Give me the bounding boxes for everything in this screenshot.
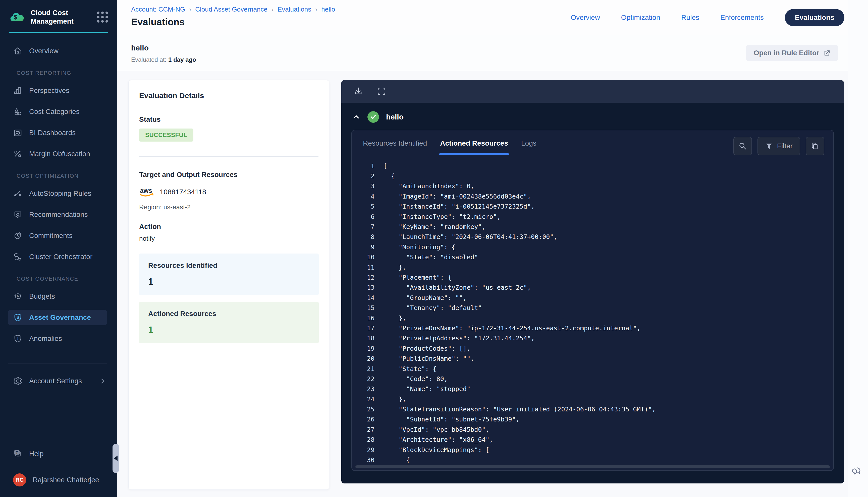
breadcrumb-separator-icon: › bbox=[315, 6, 317, 13]
status-badge: SUCCESSFUL bbox=[139, 129, 193, 142]
sidebar-item-commitments[interactable]: Commitments bbox=[0, 228, 117, 243]
code-line: 6 "InstanceType": "t2.micro", bbox=[360, 212, 833, 222]
success-check-icon bbox=[367, 111, 379, 123]
autostopping-icon bbox=[13, 189, 23, 198]
feedback-chat-icon[interactable] bbox=[852, 465, 864, 478]
sidebar-item-overview[interactable]: Overview bbox=[0, 43, 117, 59]
evaluation-row-header[interactable]: hello bbox=[341, 103, 844, 130]
actioned-resources-label: Actioned Resources bbox=[148, 310, 310, 318]
sidebar-item-recommendations[interactable]: Recommendations bbox=[0, 207, 117, 223]
page-title: Evaluations bbox=[131, 17, 335, 28]
breadcrumb: Account: CCM-NG › Cloud Asset Governance… bbox=[131, 5, 335, 13]
code-line: 4 "ImageId": "ami-002438e556dd03e4c", bbox=[360, 191, 833, 201]
cloud-cost-logo-icon: $ bbox=[10, 11, 25, 23]
tab-tools: Filter bbox=[733, 137, 824, 155]
code-line: 17 "PrivateDnsName": "ip-172-31-44-254.u… bbox=[360, 323, 833, 333]
sidebar-item-margin-obfuscation[interactable]: Margin Obfuscation bbox=[0, 146, 117, 162]
chevron-up-icon[interactable] bbox=[352, 113, 360, 121]
evaluated-at-label: Evaluated at: bbox=[131, 56, 166, 63]
nav-overview[interactable]: Overview bbox=[571, 14, 600, 22]
sidebar-item-label: Cluster Orchestrator bbox=[29, 253, 93, 261]
sidebar-item-label: Asset Governance bbox=[29, 313, 91, 322]
code-line: 23 "Name": "stopped" bbox=[360, 384, 833, 394]
svg-text:aws: aws bbox=[140, 187, 152, 194]
sidebar-item-anomalies[interactable]: ! Anomalies bbox=[0, 331, 117, 346]
shapes-icon bbox=[13, 107, 23, 116]
filter-label: Filter bbox=[777, 142, 793, 150]
sidebar-item-bi-dashboards[interactable]: BI Dashboards bbox=[0, 125, 117, 141]
app-logo-row: $ Cloud Cost Management bbox=[0, 0, 117, 26]
code-line: 11 }, bbox=[360, 262, 833, 272]
viewer-toolbar bbox=[341, 80, 844, 103]
collapse-arrow-icon bbox=[114, 456, 117, 461]
sidebar-item-label: Overview bbox=[29, 47, 58, 55]
code-line: 18 "PrivateIpAddress": "172.31.44.254", bbox=[360, 333, 833, 343]
nav-optimization[interactable]: Optimization bbox=[621, 14, 660, 22]
evaluation-details-card: Evaluation Details Status SUCCESSFUL Tar… bbox=[128, 80, 329, 490]
resources-identified-box: Resources Identified 1 bbox=[139, 254, 319, 295]
sidebar: $ Cloud Cost Management Overview COST RE… bbox=[0, 0, 117, 497]
sidebar-item-help[interactable]: ? Help bbox=[0, 446, 117, 462]
page: $ Cloud Cost Management Overview COST RE… bbox=[0, 0, 868, 497]
tab-logs[interactable]: Logs bbox=[520, 137, 537, 155]
breadcrumb-evaluations[interactable]: Evaluations bbox=[278, 5, 311, 13]
page-header: Account: CCM-NG › Cloud Asset Governance… bbox=[117, 0, 848, 35]
sidebar-collapse-handle[interactable] bbox=[113, 444, 119, 473]
nav-enforcements[interactable]: Enforcements bbox=[720, 14, 764, 22]
horizontal-scrollbar[interactable] bbox=[355, 465, 830, 468]
sidebar-item-cluster-orchestrator[interactable]: Cluster Orchestrator bbox=[0, 249, 117, 265]
nav-rules[interactable]: Rules bbox=[681, 14, 699, 22]
sidebar-divider bbox=[8, 363, 107, 364]
tab-resources-identified[interactable]: Resources Identified bbox=[362, 137, 428, 155]
right-gutter bbox=[848, 0, 868, 497]
sidebar-item-cost-categories[interactable]: Cost Categories bbox=[0, 104, 117, 119]
sidebar-item-label: Perspectives bbox=[29, 87, 69, 95]
fullscreen-icon[interactable] bbox=[377, 86, 387, 96]
sidebar-item-perspectives[interactable]: Perspectives bbox=[0, 83, 117, 98]
sidebar-user[interactable]: RC Rajarshee Chatterjee bbox=[0, 472, 117, 488]
evaluation-viewer-panel: hello Resources Identified Actioned Reso… bbox=[341, 80, 844, 483]
svg-text:$: $ bbox=[17, 294, 19, 298]
sidebar-group-cost-reporting: COST REPORTING bbox=[0, 70, 117, 76]
home-icon bbox=[13, 46, 23, 56]
target-account-row: aws 108817434118 bbox=[139, 187, 319, 197]
app-switcher-grid-icon[interactable] bbox=[97, 12, 108, 23]
nav-evaluations-active[interactable]: Evaluations bbox=[785, 9, 844, 26]
target-resources-label: Target and Output Resources bbox=[139, 171, 319, 179]
resources-identified-value: 1 bbox=[148, 276, 310, 287]
sidebar-item-autostopping-rules[interactable]: AutoStopping Rules bbox=[0, 186, 117, 201]
external-link-icon bbox=[823, 49, 830, 56]
tab-underline bbox=[520, 153, 537, 155]
code-editor[interactable]: 1[ 2 { 3 "AmiLaunchIndex": 0, 4 "ImageId… bbox=[352, 161, 833, 465]
code-line: 2 { bbox=[360, 171, 833, 181]
svg-text:!: ! bbox=[17, 336, 18, 341]
svg-text:?: ? bbox=[16, 450, 18, 454]
sidebar-item-label: Recommendations bbox=[29, 211, 88, 218]
search-button[interactable] bbox=[733, 137, 752, 155]
shield-alert-icon: ! bbox=[13, 334, 23, 343]
code-line: 22 "Code": 80, bbox=[360, 374, 833, 384]
sidebar-item-asset-governance[interactable]: $ Asset Governance bbox=[8, 310, 107, 325]
actioned-resources-box: Actioned Resources 1 bbox=[139, 302, 319, 343]
sidebar-item-label: Margin Obfuscation bbox=[29, 150, 90, 158]
breadcrumb-cloud-asset-governance[interactable]: Cloud Asset Governance bbox=[195, 5, 267, 13]
sidebar-item-account-settings[interactable]: Account Settings bbox=[0, 373, 117, 389]
svg-text:$: $ bbox=[17, 315, 19, 320]
code-line: 30 { bbox=[360, 455, 833, 465]
tab-actioned-resources[interactable]: Actioned Resources bbox=[439, 137, 509, 155]
breadcrumb-current[interactable]: hello bbox=[321, 5, 335, 13]
sidebar-group-cost-optimization: COST OPTIMIZATION bbox=[0, 173, 117, 179]
dashboard-image-icon bbox=[13, 128, 23, 138]
status-label: Status bbox=[139, 115, 319, 124]
details-title: Evaluation Details bbox=[139, 91, 319, 100]
code-line: 25 "StateTransitionReason": "User initia… bbox=[360, 404, 833, 414]
code-line: 16 }, bbox=[360, 313, 833, 323]
copy-button[interactable] bbox=[806, 137, 824, 155]
card-divider bbox=[139, 156, 319, 157]
filter-button[interactable]: Filter bbox=[757, 137, 800, 155]
breadcrumb-account[interactable]: Account: CCM-NG bbox=[131, 5, 185, 13]
sidebar-item-budgets[interactable]: $ Budgets bbox=[0, 289, 117, 304]
evaluated-at: Evaluated at:1 day ago bbox=[131, 56, 196, 63]
open-in-rule-editor-button[interactable]: Open in Rule Editor bbox=[746, 45, 838, 61]
download-icon[interactable] bbox=[353, 86, 363, 96]
